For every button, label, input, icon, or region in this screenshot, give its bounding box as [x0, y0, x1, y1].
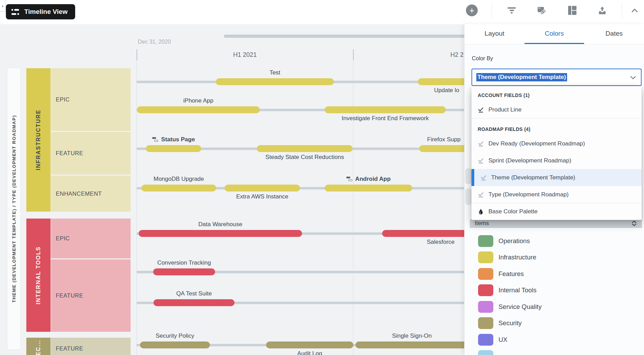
- option-dev-ready[interactable]: Dev Ready (Development Roadmap): [471, 135, 642, 152]
- check-underline-icon: [478, 141, 484, 147]
- lane-band-infrastructure[interactable]: INFRASTRUCTURE: [26, 68, 51, 212]
- legend-item[interactable]: Security: [465, 315, 644, 332]
- timeline-bar[interactable]: MongoDB Upgrade: [141, 185, 216, 192]
- chevron-up-icon: [630, 8, 639, 13]
- bar-label: Salesforce: [427, 239, 455, 246]
- legend-label: UX: [499, 336, 508, 344]
- axis-tick: [136, 49, 137, 61]
- check-underline-icon: [478, 192, 484, 198]
- bar-label: Security Policy: [156, 332, 194, 339]
- timeline-bar[interactable]: Test: [216, 78, 334, 85]
- timeline-chart: Dec 31, 2020 H1 2021 H2 2 THEME (DEVELOP…: [0, 0, 464, 355]
- items-section-header[interactable]: Items: [470, 219, 642, 228]
- color-swatch[interactable]: [478, 235, 493, 247]
- add-item-button[interactable]: +: [466, 5, 478, 16]
- filter-button[interactable]: [504, 3, 519, 18]
- option-product-line[interactable]: Product Line: [471, 101, 642, 118]
- lane-cell-feature: FEATURE: [51, 259, 131, 332]
- bar-label: Update lo: [434, 87, 459, 94]
- option-type[interactable]: Type (Development Roadmap): [471, 186, 642, 203]
- bar-label: iPhone App: [183, 97, 213, 104]
- timeline-bar[interactable]: Status Page: [146, 145, 201, 152]
- expand-sidebar-chevron-icon[interactable]: ›: [0, 0, 6, 12]
- legend-item[interactable]: UX: [465, 331, 644, 348]
- legend-item[interactable]: Internal Tools: [465, 282, 644, 299]
- gridline: [136, 62, 137, 355]
- legend-item[interactable]: Infrastructure: [465, 249, 644, 266]
- legend-item[interactable]: Operations: [465, 233, 644, 249]
- timeline-bar[interactable]: Extra AWS Instance: [224, 185, 300, 192]
- toolbar-divider: [492, 3, 492, 18]
- lane-band-security[interactable]: SEC...: [26, 338, 51, 355]
- type-label: EPIC: [51, 235, 70, 242]
- timeline-bar[interactable]: Update lo: [418, 78, 464, 85]
- timeline-view-icon: [11, 9, 20, 15]
- bar-label: Data Warehouse: [199, 221, 242, 228]
- share-link-button[interactable]: [533, 3, 549, 18]
- timeline-bar[interactable]: Conversion Tracking: [153, 268, 215, 275]
- timeline-bar[interactable]: Single Sign-On: [355, 341, 464, 348]
- lane-cell-epic: EPIC: [51, 219, 131, 258]
- export-button[interactable]: [594, 3, 610, 18]
- timeline-bar[interactable]: QA Test Suite: [153, 299, 235, 306]
- option-sprint[interactable]: Sprint (Development Roadmap): [471, 152, 642, 169]
- timeline-bar[interactable]: Investigate Front End Framework: [325, 106, 446, 113]
- legend-label: Infrastructure: [499, 254, 536, 261]
- color-swatch[interactable]: [478, 301, 493, 313]
- tab-dates[interactable]: Dates: [584, 24, 644, 44]
- layout-button[interactable]: [565, 3, 580, 18]
- timeline-bar[interactable]: Audit Log: [266, 341, 353, 348]
- view-switcher-label: Timeline View: [24, 8, 68, 16]
- check-underline-icon: [478, 158, 484, 164]
- bar-label: QA Test Suite: [176, 290, 212, 297]
- linked-view-icon: [536, 6, 546, 15]
- timeline-bar[interactable]: Steady State Cost Reductions: [257, 145, 353, 152]
- type-label: FEATURE: [51, 292, 83, 299]
- color-swatch[interactable]: [478, 317, 493, 329]
- bar-label: MongoDB Upgrade: [153, 176, 204, 183]
- option-theme-selected[interactable]: Theme (Development Template): [471, 169, 642, 186]
- horizontal-scrollbar[interactable]: [224, 35, 464, 38]
- color-swatch[interactable]: [478, 251, 493, 263]
- color-swatch[interactable]: [478, 284, 493, 296]
- lane-cell-enhancement: ENHANCEMENT: [51, 176, 131, 212]
- color-swatch[interactable]: [478, 334, 493, 346]
- color-by-select[interactable]: Theme (Development Template): [471, 69, 642, 86]
- option-base-color-palette[interactable]: Base Color Palette: [471, 203, 642, 220]
- view-switcher-button[interactable]: Timeline View: [6, 4, 75, 19]
- unfold-icon: [631, 220, 637, 227]
- toolbar-divider: [622, 3, 622, 18]
- axis-period-h1: H1 2021: [233, 51, 257, 59]
- lane-label: INTERNAL TOOLS: [35, 246, 42, 304]
- color-swatch[interactable]: [478, 350, 493, 355]
- type-label: FEATURE: [51, 150, 83, 157]
- timeline-bar[interactable]: Security Policy: [140, 341, 210, 348]
- top-toolbar: › Timeline View +: [0, 0, 644, 24]
- timeline-bar[interactable]: Firefox Supp: [419, 145, 464, 152]
- legend-item[interactable]: Service Quality: [465, 299, 644, 315]
- color-by-label: Color By: [472, 55, 493, 62]
- legend-label: Security: [499, 319, 522, 327]
- legend-label: Features: [499, 270, 524, 278]
- axis-period-h2: H2 2: [450, 51, 464, 59]
- bar-label: Investigate Front End Framework: [342, 115, 429, 122]
- bar-label: Firefox Supp: [427, 136, 460, 143]
- legend-item[interactable]: Features: [465, 266, 644, 282]
- collapse-panel-button[interactable]: [627, 3, 642, 18]
- lane-label: INFRASTRUCTURE: [35, 109, 42, 170]
- linked-card-icon: [152, 137, 158, 142]
- color-by-selected-value: Theme (Development Template): [476, 73, 567, 81]
- bar-label: Test: [270, 69, 280, 76]
- lane-cell-feature: FEATURE: [51, 132, 131, 175]
- legend-item[interactable]: [465, 348, 644, 355]
- color-swatch[interactable]: [478, 268, 493, 280]
- tab-layout[interactable]: Layout: [465, 24, 524, 44]
- timeline-bar[interactable]: Android App: [325, 185, 412, 192]
- lane-band-internal-tools[interactable]: INTERNAL TOOLS: [26, 219, 51, 332]
- timeline-bar[interactable]: Salesforce: [382, 230, 464, 237]
- timeline-bar[interactable]: Data Warehouse: [139, 230, 302, 237]
- collapsed-section-edge: [465, 168, 471, 184]
- axis-start-date: Dec 31, 2020: [138, 39, 171, 45]
- timeline-bar[interactable]: iPhone App: [137, 106, 260, 113]
- tab-colors[interactable]: Colors: [524, 24, 584, 44]
